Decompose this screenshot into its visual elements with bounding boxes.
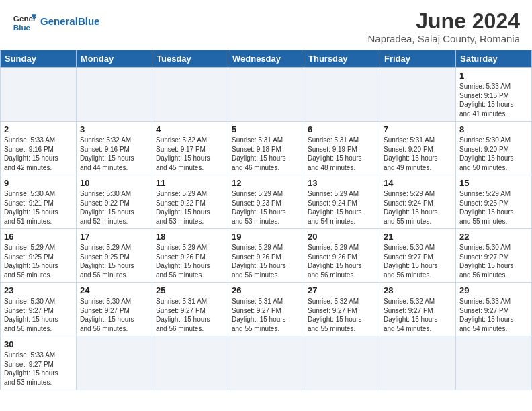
day-header: Sunday — [1, 50, 77, 68]
day-number: 7 — [384, 124, 452, 134]
day-header: Tuesday — [152, 50, 228, 68]
calendar-day-cell: 14Sunrise: 5:29 AMSunset: 9:24 PMDayligh… — [380, 175, 456, 229]
day-number: 10 — [80, 178, 148, 188]
calendar-day-cell: 23Sunrise: 5:30 AMSunset: 9:27 PMDayligh… — [1, 283, 77, 336]
calendar-day-cell: 22Sunrise: 5:30 AMSunset: 9:27 PMDayligh… — [456, 229, 532, 283]
calendar-week-row: 23Sunrise: 5:30 AMSunset: 9:27 PMDayligh… — [1, 283, 532, 336]
calendar-day-cell: 28Sunrise: 5:32 AMSunset: 9:27 PMDayligh… — [380, 283, 456, 336]
calendar-day-cell: 11Sunrise: 5:29 AMSunset: 9:22 PMDayligh… — [152, 175, 228, 229]
calendar-day-cell: 2Sunrise: 5:33 AMSunset: 9:16 PMDaylight… — [1, 122, 77, 175]
page-header: General Blue GeneralBlue June 2024 Napra… — [0, 0, 532, 50]
day-info: Sunrise: 5:29 AMSunset: 9:24 PMDaylight:… — [384, 189, 452, 226]
day-number: 12 — [232, 178, 300, 188]
day-number: 26 — [232, 285, 300, 295]
day-number: 23 — [4, 285, 73, 295]
logo-icon: General Blue — [12, 9, 36, 34]
day-number: 25 — [156, 285, 224, 295]
title-block: June 2024 Napradea, Salaj County, Romani… — [367, 9, 520, 44]
calendar-day-cell: 3Sunrise: 5:32 AMSunset: 9:16 PMDaylight… — [77, 122, 152, 175]
calendar-header-row: SundayMondayTuesdayWednesdayThursdayFrid… — [1, 50, 532, 68]
calendar-day-cell — [456, 336, 532, 390]
calendar-day-cell: 15Sunrise: 5:29 AMSunset: 9:25 PMDayligh… — [456, 175, 532, 229]
day-number: 22 — [459, 232, 528, 242]
calendar-day-cell: 21Sunrise: 5:30 AMSunset: 9:27 PMDayligh… — [380, 229, 456, 283]
day-number: 13 — [308, 178, 376, 188]
day-number: 9 — [4, 178, 73, 188]
calendar-day-cell: 20Sunrise: 5:29 AMSunset: 9:26 PMDayligh… — [304, 229, 380, 283]
calendar-day-cell: 24Sunrise: 5:30 AMSunset: 9:27 PMDayligh… — [77, 283, 152, 336]
calendar-day-cell: 29Sunrise: 5:33 AMSunset: 9:27 PMDayligh… — [456, 283, 532, 336]
day-number: 27 — [308, 285, 376, 295]
day-number: 18 — [156, 232, 224, 242]
day-number: 24 — [80, 285, 148, 295]
day-number: 30 — [4, 339, 73, 349]
day-info: Sunrise: 5:30 AMSunset: 9:27 PMDaylight:… — [80, 297, 148, 333]
day-info: Sunrise: 5:31 AMSunset: 9:19 PMDaylight:… — [308, 136, 376, 172]
calendar-week-row: 2Sunrise: 5:33 AMSunset: 9:16 PMDaylight… — [1, 122, 532, 175]
day-number: 21 — [384, 232, 452, 242]
day-info: Sunrise: 5:30 AMSunset: 9:22 PMDaylight:… — [80, 189, 148, 226]
day-header: Monday — [77, 50, 152, 68]
calendar-table: SundayMondayTuesdayWednesdayThursdayFrid… — [0, 50, 532, 390]
calendar-day-cell — [304, 68, 380, 122]
day-info: Sunrise: 5:30 AMSunset: 9:20 PMDaylight:… — [459, 136, 528, 172]
day-number: 5 — [232, 124, 300, 134]
calendar-day-cell — [380, 336, 456, 390]
calendar-day-cell: 26Sunrise: 5:31 AMSunset: 9:27 PMDayligh… — [228, 283, 304, 336]
day-number: 6 — [308, 124, 376, 134]
day-info: Sunrise: 5:30 AMSunset: 9:27 PMDaylight:… — [459, 243, 528, 279]
day-info: Sunrise: 5:31 AMSunset: 9:20 PMDaylight:… — [384, 136, 452, 172]
day-number: 19 — [232, 232, 300, 242]
calendar-day-cell: 7Sunrise: 5:31 AMSunset: 9:20 PMDaylight… — [380, 122, 456, 175]
day-number: 11 — [156, 178, 224, 188]
day-header: Wednesday — [228, 50, 304, 68]
day-info: Sunrise: 5:33 AMSunset: 9:27 PMDaylight:… — [459, 297, 528, 333]
day-number: 1 — [459, 71, 528, 81]
day-info: Sunrise: 5:32 AMSunset: 9:27 PMDaylight:… — [308, 297, 376, 333]
calendar-day-cell: 30Sunrise: 5:33 AMSunset: 9:27 PMDayligh… — [1, 336, 77, 390]
calendar-day-cell — [152, 336, 228, 390]
calendar-day-cell — [77, 68, 152, 122]
day-info: Sunrise: 5:33 AMSunset: 9:15 PMDaylight:… — [459, 82, 528, 118]
day-info: Sunrise: 5:33 AMSunset: 9:16 PMDaylight:… — [4, 136, 73, 172]
day-info: Sunrise: 5:31 AMSunset: 9:18 PMDaylight:… — [232, 136, 300, 172]
day-info: Sunrise: 5:29 AMSunset: 9:26 PMDaylight:… — [232, 243, 300, 279]
logo: General Blue GeneralBlue — [12, 9, 99, 34]
calendar-week-row: 16Sunrise: 5:29 AMSunset: 9:25 PMDayligh… — [1, 229, 532, 283]
day-info: Sunrise: 5:29 AMSunset: 9:24 PMDaylight:… — [308, 189, 376, 226]
calendar-week-row: 1Sunrise: 5:33 AMSunset: 9:15 PMDaylight… — [1, 68, 532, 122]
day-number: 29 — [459, 285, 528, 295]
day-info: Sunrise: 5:29 AMSunset: 9:22 PMDaylight:… — [156, 189, 224, 226]
day-info: Sunrise: 5:30 AMSunset: 9:27 PMDaylight:… — [4, 297, 73, 333]
day-number: 20 — [308, 232, 376, 242]
calendar-day-cell: 10Sunrise: 5:30 AMSunset: 9:22 PMDayligh… — [77, 175, 152, 229]
day-info: Sunrise: 5:29 AMSunset: 9:26 PMDaylight:… — [156, 243, 224, 279]
day-info: Sunrise: 5:29 AMSunset: 9:23 PMDaylight:… — [232, 189, 300, 226]
day-info: Sunrise: 5:33 AMSunset: 9:27 PMDaylight:… — [4, 351, 73, 387]
day-info: Sunrise: 5:29 AMSunset: 9:26 PMDaylight:… — [308, 243, 376, 279]
calendar-subtitle: Napradea, Salaj County, Romania — [367, 33, 520, 44]
day-info: Sunrise: 5:29 AMSunset: 9:25 PMDaylight:… — [459, 189, 528, 226]
day-number: 17 — [80, 232, 148, 242]
calendar-day-cell: 27Sunrise: 5:32 AMSunset: 9:27 PMDayligh… — [304, 283, 380, 336]
day-info: Sunrise: 5:31 AMSunset: 9:27 PMDaylight:… — [156, 297, 224, 333]
calendar-day-cell: 19Sunrise: 5:29 AMSunset: 9:26 PMDayligh… — [228, 229, 304, 283]
day-info: Sunrise: 5:31 AMSunset: 9:27 PMDaylight:… — [232, 297, 300, 333]
calendar-day-cell: 17Sunrise: 5:29 AMSunset: 9:25 PMDayligh… — [77, 229, 152, 283]
calendar-day-cell: 12Sunrise: 5:29 AMSunset: 9:23 PMDayligh… — [228, 175, 304, 229]
day-header: Saturday — [456, 50, 532, 68]
day-info: Sunrise: 5:32 AMSunset: 9:27 PMDaylight:… — [384, 297, 452, 333]
calendar-day-cell: 4Sunrise: 5:32 AMSunset: 9:17 PMDaylight… — [152, 122, 228, 175]
calendar-day-cell — [380, 68, 456, 122]
calendar-day-cell — [228, 68, 304, 122]
calendar-week-row: 9Sunrise: 5:30 AMSunset: 9:21 PMDaylight… — [1, 175, 532, 229]
calendar-day-cell — [77, 336, 152, 390]
svg-text:Blue: Blue — [13, 23, 31, 32]
day-info: Sunrise: 5:30 AMSunset: 9:27 PMDaylight:… — [384, 243, 452, 279]
day-header: Thursday — [304, 50, 380, 68]
calendar-day-cell — [1, 68, 77, 122]
calendar-title: June 2024 — [367, 9, 520, 33]
day-info: Sunrise: 5:29 AMSunset: 9:25 PMDaylight:… — [80, 243, 148, 279]
calendar-day-cell — [152, 68, 228, 122]
day-number: 8 — [459, 124, 528, 134]
